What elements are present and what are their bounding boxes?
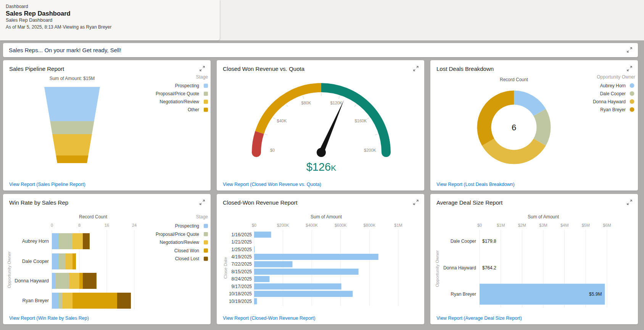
gauge-tick (354, 104, 356, 107)
x-tick-label: $1M (497, 223, 505, 227)
legend-swatch (630, 83, 634, 88)
bar-segment-ryan-breyer-closed-won[interactable] (72, 293, 117, 309)
legend-item: Dale Cooper (600, 91, 634, 96)
bar-10-19-2025[interactable] (254, 298, 257, 304)
header-band: Dashboard Sales Rep Dashboard Sales Rep … (0, 0, 644, 40)
bar-8-15-2025[interactable] (254, 269, 359, 275)
y-category-label: Dale Cooper (22, 259, 49, 264)
x-axis-title: Sum of Amount (311, 214, 342, 219)
bar-segment-donna-hayward-negotiation-review[interactable] (69, 273, 79, 289)
funnel-title: Sum of Amount: $15M (50, 76, 95, 81)
gauge-tick-label: $80K (301, 101, 311, 105)
banner-message: Sales Reps... On your mark! Get ready, S… (9, 43, 121, 57)
funnel-segment-other[interactable] (56, 155, 89, 163)
panel-expand-button[interactable] (626, 200, 633, 206)
bar-value-label: $764.2 (482, 265, 496, 271)
x-tick-label: 16 (105, 223, 109, 227)
dashboard: { "header": { "breadcrumb": "Dashboard",… (0, 0, 644, 330)
breadcrumb[interactable]: Dashboard (6, 3, 220, 10)
funnel-segment-prospecting[interactable] (44, 87, 100, 121)
view-report-link[interactable]: View Report (Lost Deals Breakdown) (436, 182, 515, 187)
legend-swatch (204, 92, 208, 96)
bar-7-22-2025[interactable] (254, 261, 293, 267)
y-axis-title: Opportunity Owner (7, 252, 11, 288)
bar-segment-donna-hayward-prospecting[interactable] (52, 273, 55, 289)
x-tick-label: $5M (582, 223, 590, 227)
y-axis-title: Opportunity Owner (435, 250, 440, 287)
panel-expand-button[interactable] (413, 66, 419, 72)
bar-8-24-2025[interactable] (254, 276, 269, 282)
bar-segment-ryan-breyer-closed-lost[interactable] (117, 293, 131, 309)
donut-slice-dale-cooper[interactable] (540, 112, 544, 142)
bar-ryan-breyer[interactable] (480, 284, 605, 305)
bar-segment-ryan-breyer-negotiation-review[interactable] (62, 293, 72, 309)
view-report-link[interactable]: View Report (Win Rate by Sales Rep) (9, 316, 89, 321)
panel-title: Sales Pipeline Report (9, 66, 64, 72)
panel-expand-button[interactable] (199, 200, 205, 206)
panel-title: Lost Deals Breakdown (436, 66, 494, 72)
panel-expand-button[interactable] (413, 200, 419, 206)
funnel-segment-negotiation-review[interactable] (52, 134, 92, 155)
bar-segment-aubrey-horn-prospecting[interactable] (52, 233, 59, 249)
x-axis-title: Record Count (79, 214, 108, 219)
bar-segment-dale-cooper-proposal-price-quote[interactable] (59, 253, 66, 269)
header-card: Dashboard Sales Rep Dashboard Sales Rep … (0, 0, 220, 40)
legend-item: Negotiation/Review (160, 99, 208, 104)
panel-lost-deals: Lost Deals Breakdown Record Count6Opport… (430, 60, 638, 191)
legend-label: Negotiation/Review (160, 99, 200, 104)
bar-chart-close-date: Sum of Amount$0$200K$400K$600K$800K$1MCl… (217, 208, 424, 314)
bar-1-25-2025[interactable] (254, 247, 255, 253)
bar-segment-dale-cooper-prospecting[interactable] (52, 253, 59, 269)
bar-10-18-2025[interactable] (254, 291, 353, 297)
donut-slice-aubrey-horn[interactable] (514, 98, 540, 112)
stacked-bar-chart: Record Count081624Opportunity OwnerAubre… (3, 208, 211, 314)
y-category-label: Ryan Breyer (23, 298, 49, 303)
bar-segment-aubrey-horn-negotiation-review[interactable] (72, 233, 83, 249)
legend-item: Proposal/Price Quote (156, 232, 208, 237)
banner-expand-button[interactable] (626, 47, 633, 53)
bar-segment-aubrey-horn-proposal-price-quote[interactable] (59, 233, 72, 249)
x-tick-label: $400K (306, 223, 318, 227)
funnel-chart: Sum of Amount: $15MStageProspectingPropo… (3, 74, 211, 181)
view-report-link[interactable]: View Report (Closed-Won Revenue Report) (223, 316, 316, 321)
panel-title: Closed Won Revenue vs. Quota (223, 66, 304, 72)
donut-slice-donna-hayward[interactable] (488, 142, 539, 157)
legend-label: Proposal/Price Quote (156, 91, 199, 96)
bar-segment-donna-hayward-closed-lost[interactable] (83, 273, 97, 289)
panel-expand-button[interactable] (199, 66, 205, 72)
bar-segment-ryan-breyer-proposal-price-quote[interactable] (59, 293, 62, 309)
view-report-link[interactable]: View Report (Sales Pipeline Report) (9, 182, 85, 187)
gauge-tick-label: $0 (270, 148, 275, 152)
bar-9-17-2025[interactable] (254, 284, 341, 290)
x-tick-label: $3M (539, 223, 547, 227)
x-tick-label: $200K (277, 223, 289, 227)
legend-label: Donna Hayward (593, 99, 626, 104)
view-report-link[interactable]: View Report (Closed Won Revenue vs. Quot… (223, 182, 321, 187)
funnel-segment-proposal-price-quote[interactable] (50, 121, 94, 134)
x-tick-label: $0 (252, 223, 256, 227)
gauge-value: $126K (306, 161, 336, 173)
y-category-label: 10/19/2025 (229, 299, 252, 304)
legend-swatch (204, 224, 208, 228)
donut-slice-ryan-breyer[interactable] (484, 98, 514, 142)
view-report-link[interactable]: View Report (Average Deal Size Report) (436, 316, 522, 321)
bar-segment-donna-hayward-proposal-price-quote[interactable] (55, 273, 69, 289)
bar-segment-dale-cooper-closed-won[interactable] (72, 253, 76, 269)
panel-expand-button[interactable] (626, 66, 633, 72)
panel-average-deal-size: Average Deal Size Report Sum of Amount$0… (430, 194, 638, 324)
legend-item: Closed Lost (175, 256, 208, 261)
bar-4-19-2025[interactable] (254, 254, 378, 260)
legend-item: Aubrey Horn (600, 83, 634, 88)
bar-segment-aubrey-horn-closed-lost[interactable] (83, 233, 90, 249)
y-category-label: 8/24/2025 (232, 276, 252, 282)
bar-segment-donna-hayward-closed-won[interactable] (79, 273, 83, 289)
legend-swatch (630, 107, 634, 112)
bar-segment-dale-cooper-negotiation-review[interactable] (66, 253, 72, 269)
bar-1-16-2025[interactable] (254, 232, 271, 238)
legend-title: Stage (196, 74, 208, 80)
expand-icon (200, 200, 205, 205)
panel-title: Average Deal Size Report (436, 199, 502, 206)
bar-segment-ryan-breyer-prospecting[interactable] (52, 293, 59, 309)
legend-label: Closed Won (174, 248, 199, 253)
legend-label: Prospecting (175, 223, 199, 229)
